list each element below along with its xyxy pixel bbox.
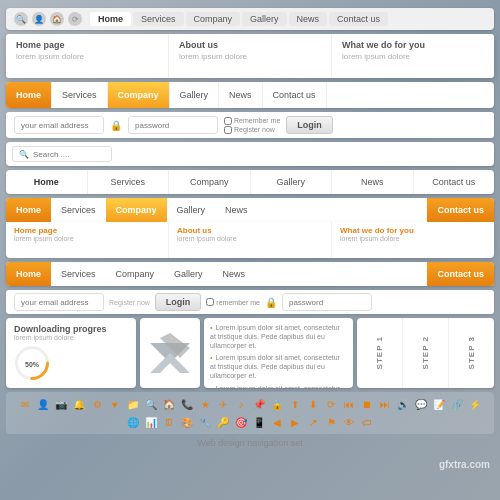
nav5-drop-title-3: What we do for you: [340, 226, 486, 235]
search-input[interactable]: [33, 150, 103, 159]
nav1-tab-home[interactable]: Home: [90, 12, 131, 26]
icon-next[interactable]: ⏭: [377, 396, 393, 412]
icon-lock[interactable]: 🔒: [269, 396, 285, 412]
icon-pin[interactable]: 📌: [251, 396, 267, 412]
register-checkbox[interactable]: [224, 126, 232, 134]
nav5-services[interactable]: Services: [51, 198, 106, 222]
login-button[interactable]: Login: [286, 116, 333, 134]
nav5-dropdown: Home page lorem ipsum dolore About us lo…: [6, 222, 494, 258]
register-now-item[interactable]: Register now: [224, 126, 280, 134]
icon-tag[interactable]: 🏷: [359, 414, 375, 430]
icon-link[interactable]: 🔗: [449, 396, 465, 412]
step-2-label: STEP 2: [421, 336, 430, 369]
icon-bell[interactable]: 🔔: [71, 396, 87, 412]
icon-down[interactable]: ⬇: [305, 396, 321, 412]
icon-flag[interactable]: ⚑: [323, 414, 339, 430]
icon-plane[interactable]: ✈: [215, 396, 231, 412]
icon-gear[interactable]: ⚙: [89, 396, 105, 412]
icon-key[interactable]: 🔑: [215, 414, 231, 430]
icon-star[interactable]: ★: [197, 396, 213, 412]
icon-home[interactable]: 🏠: [161, 396, 177, 412]
icon-search[interactable]: 🔍: [143, 396, 159, 412]
icon-target[interactable]: 🎯: [233, 414, 249, 430]
nav2-contact[interactable]: Contact us: [263, 82, 327, 108]
icon-music[interactable]: ♪: [233, 396, 249, 412]
step-1: STEP 1: [357, 318, 403, 388]
icon-camera[interactable]: 📷: [53, 396, 69, 412]
search-icon[interactable]: 🔍: [14, 12, 28, 26]
icon-eye[interactable]: 👁: [341, 414, 357, 430]
icon-cursor[interactable]: ↗: [305, 414, 321, 430]
icon-note[interactable]: 📝: [431, 396, 447, 412]
icon-chat[interactable]: 💬: [413, 396, 429, 412]
nav6-contact[interactable]: Contact us: [427, 262, 494, 286]
nav2-news[interactable]: News: [219, 82, 263, 108]
icon-globe[interactable]: 🌐: [125, 414, 141, 430]
nav4-company[interactable]: Company: [169, 170, 251, 194]
icon-mobile[interactable]: 📱: [251, 414, 267, 430]
nav5-company[interactable]: Company: [106, 198, 167, 222]
icon-phone[interactable]: 📞: [179, 396, 195, 412]
icon-chart[interactable]: 📊: [143, 414, 159, 430]
nav5-drop-sub-2: lorem ipsum dolore: [177, 235, 323, 242]
progress-title: Downloading progres: [14, 324, 128, 334]
user-icon[interactable]: 👤: [32, 12, 46, 26]
email-input-2[interactable]: [14, 293, 104, 311]
remember-me-item[interactable]: Remember me: [224, 117, 280, 125]
password-input-2[interactable]: [282, 293, 372, 311]
icon-mail[interactable]: ✉: [17, 396, 33, 412]
icon-vol-up[interactable]: 🔊: [395, 396, 411, 412]
nav2-services[interactable]: Services: [52, 82, 108, 108]
checkbox-group: Remember me Register now: [224, 117, 280, 134]
icon-stop[interactable]: ⏹: [359, 396, 375, 412]
refresh-icon[interactable]: ⟳: [68, 12, 82, 26]
nav2-company[interactable]: Company: [108, 82, 170, 108]
nav6-home[interactable]: Home: [6, 262, 51, 286]
nav4-home[interactable]: Home: [6, 170, 88, 194]
remember-item-2[interactable]: remember me: [206, 298, 260, 306]
remember-checkbox-2[interactable]: [206, 298, 214, 306]
nav5-news[interactable]: News: [215, 198, 258, 222]
nav5-drop-sub-1: lorem ipsum dolore: [14, 235, 160, 242]
nav4-news[interactable]: News: [332, 170, 414, 194]
home-icon[interactable]: 🏠: [50, 12, 64, 26]
icon-wrench[interactable]: 🔧: [197, 414, 213, 430]
nav2-home[interactable]: Home: [6, 82, 52, 108]
nav4-services[interactable]: Services: [88, 170, 170, 194]
icon-prev[interactable]: ⏮: [341, 396, 357, 412]
nav1-tab-news[interactable]: News: [289, 12, 328, 26]
nav5-drop-title-2: About us: [177, 226, 323, 235]
nav2-gallery[interactable]: Gallery: [170, 82, 220, 108]
nav1-tab-services[interactable]: Services: [133, 12, 184, 26]
nav6-company[interactable]: Company: [106, 262, 165, 286]
nav1-tab-gallery[interactable]: Gallery: [242, 12, 287, 26]
icon-folder[interactable]: 📁: [125, 396, 141, 412]
nav6-news[interactable]: News: [213, 262, 256, 286]
password-input[interactable]: [128, 116, 218, 134]
icon-heart[interactable]: ♥: [107, 396, 123, 412]
nav1-tab-contact[interactable]: Contact us: [329, 12, 388, 26]
icon-calendar[interactable]: 🗓: [161, 414, 177, 430]
nav6-services[interactable]: Services: [51, 262, 106, 286]
register-link[interactable]: Register now: [109, 299, 150, 306]
icon-up[interactable]: ⬆: [287, 396, 303, 412]
nav5-contact[interactable]: Contact us: [427, 198, 494, 222]
nav4-contact[interactable]: Contact us: [414, 170, 495, 194]
icon-left[interactable]: ◀: [269, 414, 285, 430]
nav4-gallery[interactable]: Gallery: [251, 170, 333, 194]
icon-lightning[interactable]: ⚡: [467, 396, 483, 412]
login-bar-1: 🔒 Remember me Register now Login: [6, 112, 494, 138]
nav5-gallery[interactable]: Gallery: [167, 198, 216, 222]
email-input[interactable]: [14, 116, 104, 134]
nav1-tab-company[interactable]: Company: [186, 12, 241, 26]
icon-refresh[interactable]: ⟳: [323, 396, 339, 412]
remember-checkbox[interactable]: [224, 117, 232, 125]
login-button-2[interactable]: Login: [155, 293, 202, 311]
icon-palette[interactable]: 🎨: [179, 414, 195, 430]
icon-user[interactable]: 👤: [35, 396, 51, 412]
icon-right[interactable]: ▶: [287, 414, 303, 430]
text-item-3: Lorem ipsum dolor sit amet, consectetur …: [210, 384, 347, 388]
nav6-gallery[interactable]: Gallery: [164, 262, 213, 286]
nav5-home[interactable]: Home: [6, 198, 51, 222]
dropdown-sub-2: lorem ipsum dolore: [179, 52, 321, 61]
